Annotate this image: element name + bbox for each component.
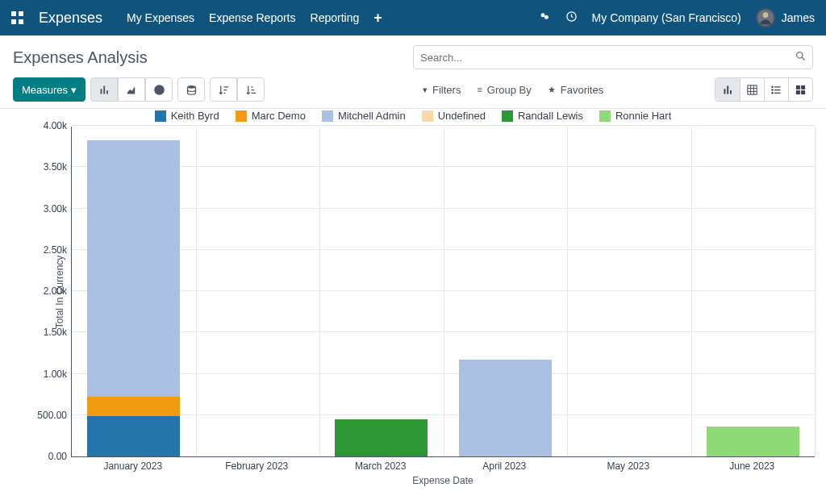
svg-point-23 bbox=[772, 92, 773, 93]
bar-segment[interactable] bbox=[459, 360, 552, 456]
nav-my-expenses[interactable]: My Expenses bbox=[127, 11, 194, 24]
x-ticks: January 2023February 2023March 2023April… bbox=[71, 457, 815, 473]
brand[interactable]: Expenses bbox=[39, 10, 102, 27]
measures-button[interactable]: Measures▾ bbox=[13, 77, 86, 102]
svg-rect-26 bbox=[796, 90, 800, 94]
apps-icon[interactable] bbox=[11, 11, 24, 24]
chart-plot: Total In Currency 0.00500.001.00k1.50k2.… bbox=[71, 127, 815, 457]
x-tick: June 2023 bbox=[729, 460, 774, 472]
messages-icon[interactable] bbox=[539, 10, 551, 25]
svg-rect-27 bbox=[801, 90, 805, 94]
legend-label: Randall Lewis bbox=[518, 110, 583, 122]
y-tick: 2.00k bbox=[27, 285, 67, 297]
svg-point-1 bbox=[544, 15, 548, 19]
svg-point-21 bbox=[772, 86, 773, 87]
y-tick: 2.50k bbox=[27, 244, 67, 256]
filter-group: ▾Filters ≡Group By ★Favorites bbox=[413, 81, 610, 99]
nav-expense-reports[interactable]: Expense Reports bbox=[209, 11, 295, 24]
legend-swatch bbox=[322, 110, 333, 122]
svg-rect-8 bbox=[106, 90, 108, 94]
list-icon: ≡ bbox=[477, 85, 482, 94]
company-selector[interactable]: My Company (San Francisco) bbox=[592, 11, 741, 24]
chart-legend: Keith ByrdMarc DemoMitchell AdminUndefin… bbox=[11, 110, 815, 122]
top-nav: Expenses My Expenses Expense Reports Rep… bbox=[0, 0, 826, 35]
search-wrap bbox=[413, 45, 813, 69]
svg-rect-11 bbox=[727, 85, 728, 94]
legend-item[interactable]: Undefined bbox=[422, 110, 486, 122]
sort-asc-button[interactable] bbox=[237, 77, 265, 102]
favorites-button[interactable]: ★Favorites bbox=[541, 81, 610, 99]
filters-button[interactable]: ▾Filters bbox=[416, 81, 467, 99]
bar[interactable] bbox=[87, 140, 180, 456]
legend-label: Marc Demo bbox=[252, 110, 306, 122]
pie-chart-button[interactable] bbox=[145, 77, 173, 102]
graph-view-button[interactable] bbox=[715, 78, 740, 101]
svg-rect-10 bbox=[724, 89, 725, 94]
groupby-button[interactable]: ≡Group By bbox=[470, 81, 537, 99]
legend-label: Ronnie Hart bbox=[615, 110, 671, 122]
y-tick: 0.00 bbox=[27, 451, 67, 462]
bar-chart-button[interactable] bbox=[90, 77, 118, 102]
activity-icon[interactable] bbox=[565, 10, 578, 25]
user-menu[interactable]: James bbox=[756, 8, 815, 27]
svg-point-3 bbox=[762, 12, 768, 18]
page-title: Expenses Analysis bbox=[13, 48, 413, 67]
sort-desc-button[interactable] bbox=[210, 77, 237, 102]
sort-group bbox=[210, 77, 265, 102]
chart-area: Keith ByrdMarc DemoMitchell AdminUndefin… bbox=[0, 105, 826, 504]
bar-segment[interactable] bbox=[707, 427, 799, 456]
list-view-button[interactable] bbox=[764, 78, 788, 101]
legend-item[interactable]: Marc Demo bbox=[236, 110, 306, 122]
svg-point-0 bbox=[540, 13, 544, 17]
nav-reporting[interactable]: Reporting bbox=[311, 11, 360, 24]
svg-point-4 bbox=[797, 52, 803, 59]
avatar bbox=[756, 8, 775, 27]
legend-swatch bbox=[502, 110, 513, 122]
search-input[interactable] bbox=[413, 45, 813, 69]
search-icon[interactable] bbox=[795, 50, 807, 65]
legend-item[interactable]: Randall Lewis bbox=[502, 110, 583, 122]
bar-segment[interactable] bbox=[87, 416, 180, 456]
svg-rect-12 bbox=[730, 90, 732, 94]
control-panel: Expenses Analysis Measures▾ ▾Filters ≡Gr… bbox=[0, 35, 826, 109]
x-tick: May 2023 bbox=[607, 460, 649, 472]
x-tick: January 2023 bbox=[103, 460, 162, 472]
legend-label: Undefined bbox=[438, 110, 486, 122]
legend-item[interactable]: Keith Byrd bbox=[155, 110, 219, 122]
legend-swatch bbox=[155, 110, 166, 122]
line-chart-button[interactable] bbox=[118, 77, 145, 102]
svg-point-9 bbox=[187, 85, 195, 88]
svg-point-22 bbox=[772, 89, 773, 90]
svg-line-5 bbox=[802, 57, 804, 60]
svg-rect-25 bbox=[801, 85, 805, 89]
legend-item[interactable]: Mitchell Admin bbox=[322, 110, 406, 122]
y-tick: 3.00k bbox=[27, 203, 67, 215]
bar-segment[interactable] bbox=[87, 397, 180, 416]
x-tick: February 2023 bbox=[225, 460, 288, 472]
x-tick: March 2023 bbox=[355, 460, 406, 472]
bar[interactable] bbox=[707, 427, 799, 456]
svg-rect-24 bbox=[796, 85, 800, 89]
pivot-view-button[interactable] bbox=[740, 78, 764, 101]
bar-segment[interactable] bbox=[335, 419, 428, 456]
bar[interactable] bbox=[335, 419, 428, 456]
svg-rect-7 bbox=[103, 85, 105, 94]
filter-icon: ▾ bbox=[423, 85, 428, 95]
x-axis-label: Expense Date bbox=[71, 475, 815, 486]
bar-segment[interactable] bbox=[87, 140, 180, 397]
chart-type-group bbox=[90, 77, 173, 102]
y-tick: 1.00k bbox=[27, 369, 67, 380]
y-tick: 1.50k bbox=[27, 327, 67, 338]
kanban-view-button[interactable] bbox=[788, 78, 812, 101]
legend-swatch bbox=[422, 110, 433, 122]
stacked-button[interactable] bbox=[177, 77, 205, 102]
new-item-button[interactable]: + bbox=[373, 10, 382, 27]
view-modes bbox=[715, 77, 813, 102]
legend-swatch bbox=[599, 110, 611, 122]
svg-rect-13 bbox=[748, 85, 757, 94]
bar[interactable] bbox=[459, 360, 552, 456]
legend-label: Mitchell Admin bbox=[338, 110, 406, 122]
legend-label: Keith Byrd bbox=[171, 110, 219, 122]
legend-item[interactable]: Ronnie Hart bbox=[599, 110, 671, 122]
legend-swatch bbox=[236, 110, 247, 122]
